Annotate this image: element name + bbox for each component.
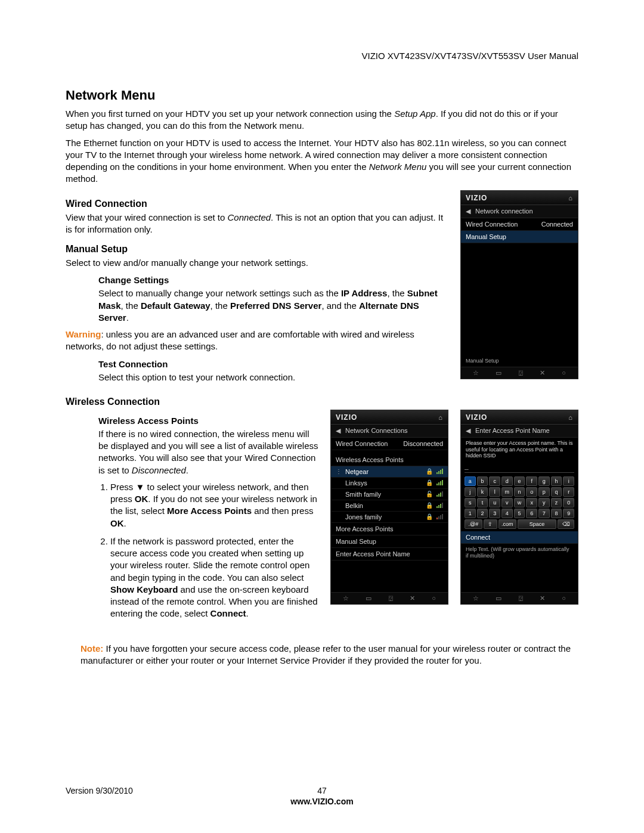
kb-key[interactable]: 8 xyxy=(551,509,562,518)
manual-setup-heading: Manual Setup xyxy=(66,244,448,255)
panel1-brand: VIZIO xyxy=(466,194,487,202)
lock-icon: 🔒 xyxy=(426,468,433,475)
close-icon[interactable]: ✕ xyxy=(540,369,545,377)
kb-key[interactable]: q xyxy=(551,487,562,497)
star-icon[interactable]: ☆ xyxy=(473,594,479,602)
kb-key-dotcom[interactable]: .com xyxy=(499,519,516,529)
home-icon[interactable]: ⌂ xyxy=(568,414,573,421)
panel2-breadcrumb[interactable]: ◀ Network Connections xyxy=(331,425,448,438)
note-text: Note: If you have forgotten your secure … xyxy=(80,643,578,667)
kb-key[interactable]: r xyxy=(563,487,574,497)
row-wired-connection[interactable]: Wired Connection Connected xyxy=(461,218,578,231)
kb-key[interactable]: 0 xyxy=(563,498,574,507)
intro-paragraph-2: The Ethernet function on your HDTV is us… xyxy=(66,137,578,185)
kb-key[interactable]: b xyxy=(477,476,488,486)
kb-key[interactable]: f xyxy=(526,476,537,486)
wifi-net-3[interactable]: Belkin 🔒 xyxy=(331,500,448,512)
back-icon[interactable]: ◀ xyxy=(466,427,470,435)
panel3-footer: ☆ ▭ ⍰ ✕ ○ xyxy=(461,592,578,604)
kb-key[interactable]: v xyxy=(501,498,513,507)
home-icon[interactable]: ⌂ xyxy=(438,414,443,421)
rect-icon[interactable]: ▭ xyxy=(496,594,501,602)
kb-key[interactable]: 9 xyxy=(563,509,574,518)
back-icon[interactable]: ◀ xyxy=(336,427,340,435)
kb-key[interactable]: y xyxy=(538,498,550,507)
wired-connection-heading: Wired Connection xyxy=(66,199,448,209)
kb-key[interactable]: n xyxy=(514,487,525,497)
kb-key[interactable]: u xyxy=(489,498,500,507)
row-manual-setup[interactable]: Manual Setup xyxy=(461,231,578,243)
close-icon[interactable]: ✕ xyxy=(540,594,545,602)
rect-icon[interactable]: ▭ xyxy=(366,594,371,602)
kb-key[interactable]: g xyxy=(538,476,550,486)
kb-key[interactable]: o xyxy=(526,487,537,497)
kb-key[interactable]: t xyxy=(477,498,488,507)
kb-key[interactable]: k xyxy=(477,487,488,497)
help-icon[interactable]: ⍰ xyxy=(519,594,523,602)
change-settings-text: Select to manually change your network s… xyxy=(98,287,448,324)
kb-key[interactable]: 6 xyxy=(526,509,537,518)
row-connect[interactable]: Connect xyxy=(461,531,578,544)
kb-key-shift[interactable]: ⇧ xyxy=(484,519,497,529)
wifi-net-0[interactable]: ⋮ Netgear 🔒 xyxy=(331,466,448,478)
kb-key[interactable]: 5 xyxy=(514,509,525,518)
kb-key[interactable]: s xyxy=(465,498,476,507)
kb-key[interactable]: a xyxy=(465,476,476,486)
panel2-footer: ☆ ▭ ⍰ ✕ ○ xyxy=(331,592,448,604)
kb-key[interactable]: 3 xyxy=(489,509,500,518)
row-more-access-points[interactable]: More Access Points xyxy=(331,523,448,535)
signal-icon xyxy=(436,491,443,497)
wifi-net-1[interactable]: Linksys 🔒 xyxy=(331,478,448,489)
rect-icon[interactable]: ▭ xyxy=(496,369,501,377)
manual-setup-text: Select to view and/or manually change yo… xyxy=(66,257,448,269)
kb-key[interactable]: p xyxy=(538,487,550,497)
home-icon[interactable]: ⌂ xyxy=(568,194,573,202)
help-icon[interactable]: ⍰ xyxy=(519,369,523,377)
circle-icon[interactable]: ○ xyxy=(562,369,566,377)
kb-key[interactable]: l xyxy=(489,487,500,497)
kb-key[interactable]: c xyxy=(489,476,500,486)
wireless-connection-heading: Wireless Connection xyxy=(66,397,578,407)
kb-key-symbols[interactable]: .@# xyxy=(465,519,482,529)
ap-name-input[interactable]: – xyxy=(465,465,574,473)
signal-icon xyxy=(436,469,443,474)
page-title: Network Menu xyxy=(66,88,578,103)
wifi-net-2[interactable]: Smith family 🔓 xyxy=(331,489,448,500)
kb-key[interactable]: 7 xyxy=(538,509,550,518)
help-icon[interactable]: ⍰ xyxy=(389,594,393,602)
footer-site: www.VIZIO.com xyxy=(66,797,578,806)
kb-key[interactable]: 4 xyxy=(501,509,513,518)
circle-icon[interactable]: ○ xyxy=(432,594,436,602)
panel3-breadcrumb[interactable]: ◀ Enter Access Point Name xyxy=(461,425,578,438)
kb-key[interactable]: m xyxy=(501,487,513,497)
kb-key[interactable]: w xyxy=(514,498,525,507)
wireless-access-points-heading: Wireless Access Points xyxy=(98,416,318,426)
kb-key[interactable]: x xyxy=(526,498,537,507)
kb-key-backspace[interactable]: ⌫ xyxy=(558,519,574,529)
kb-key[interactable]: i xyxy=(563,476,574,486)
doc-header: VIZIO XVT423SV/XVT473SV/XVT553SV User Ma… xyxy=(66,51,578,61)
kb-key[interactable]: e xyxy=(514,476,525,486)
lock-icon: 🔒 xyxy=(426,479,433,486)
kb-key[interactable]: 2 xyxy=(477,509,488,518)
star-icon[interactable]: ☆ xyxy=(473,369,479,377)
star-icon[interactable]: ☆ xyxy=(343,594,349,602)
kb-key-space[interactable]: Space xyxy=(518,519,557,529)
test-connection-heading: Test Connection xyxy=(98,359,448,369)
kb-key[interactable]: 1 xyxy=(465,509,476,518)
kb-key[interactable]: j xyxy=(465,487,476,497)
row-manual-setup[interactable]: Manual Setup xyxy=(331,535,448,548)
close-icon[interactable]: ✕ xyxy=(410,594,415,602)
kb-key[interactable]: d xyxy=(501,476,513,486)
back-icon[interactable]: ◀ xyxy=(466,208,470,215)
panel2-brand: VIZIO xyxy=(336,413,357,422)
panel1-breadcrumb[interactable]: ◀ Network connection xyxy=(461,205,578,218)
lock-icon: 🔓 xyxy=(426,491,433,497)
panel3-hint: Help Text. (Will grow upwards automatica… xyxy=(461,544,578,562)
kb-key[interactable]: z xyxy=(551,498,562,507)
kb-key[interactable]: h xyxy=(551,476,562,486)
row-enter-ap-name[interactable]: Enter Access Point Name xyxy=(331,548,448,561)
wifi-net-4[interactable]: Jones family 🔒 xyxy=(331,512,448,523)
circle-icon[interactable]: ○ xyxy=(562,594,566,602)
warning-text: Warning: unless you are an advanced user… xyxy=(66,329,448,353)
